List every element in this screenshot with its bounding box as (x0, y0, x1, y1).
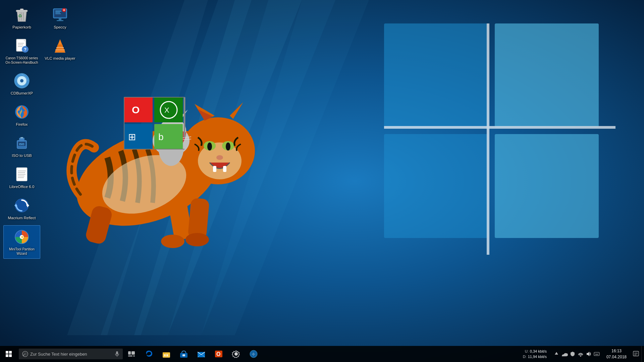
svg-text:b: b (158, 132, 164, 142)
clock-display[interactable]: 16:13 07.04.2018 (602, 346, 631, 362)
svg-marker-24 (230, 102, 243, 119)
clock-date: 07.04.2018 (606, 354, 627, 360)
start-button[interactable] (0, 346, 17, 362)
keyboard-icon (594, 352, 600, 356)
svg-point-20 (216, 155, 223, 160)
microphone-icon (115, 351, 119, 357)
store-icon (179, 350, 188, 358)
download-label: D: (523, 354, 527, 360)
taskbar-app-store[interactable] (175, 346, 193, 362)
security-icon (570, 351, 575, 357)
svg-rect-83 (57, 45, 63, 46)
desktop-icon-iso-usb[interactable]: ISO ISO to USB (3, 132, 40, 161)
vlc-icon (51, 37, 69, 55)
volume-icon (586, 351, 591, 357)
upload-label: U: (525, 349, 529, 354)
tray-volume[interactable] (585, 346, 592, 362)
libreoffice-icon (13, 166, 31, 183)
edge-icon (145, 350, 153, 358)
papierkorb-icon: ♻ (13, 6, 31, 23)
desktop-icons-container: ♻ Papierkorb (3, 3, 78, 261)
office-hub-icon: O (214, 350, 223, 358)
task-view-button[interactable] (124, 346, 139, 362)
network-stats[interactable]: U: 0,34 kbit/s D: 11,94 kbit/s (523, 349, 547, 360)
svg-rect-22 (223, 166, 226, 172)
desktop-icon-libreoffice[interactable]: LibreOffice 6.0 (3, 163, 40, 192)
svg-rect-107 (6, 351, 8, 354)
file-explorer-icon (162, 350, 171, 358)
desktop-icon-cdburner[interactable]: CDBurnerXP (3, 69, 40, 99)
tray-network[interactable] (577, 346, 584, 362)
desktop-icon-macrium[interactable]: Macrium Reflect (3, 194, 40, 223)
tray-expand-button[interactable] (553, 346, 560, 362)
desktop-icon-minitool[interactable]: ★ MiniTool Partition Wizard (3, 225, 40, 259)
svg-rect-141 (633, 351, 639, 356)
iso-usb-icon: ISO (13, 134, 31, 152)
speccy-icon (51, 6, 69, 23)
mail-icon (197, 350, 206, 358)
taskbar-app-edge[interactable] (140, 346, 158, 362)
svg-text:O: O (132, 104, 140, 115)
tray-onedrive[interactable] (561, 346, 568, 362)
svg-rect-61 (20, 9, 23, 10)
svg-text:O: O (216, 351, 220, 357)
onedrive-icon (561, 352, 568, 356)
svg-line-59 (23, 12, 24, 20)
svg-text:⊞: ⊞ (128, 132, 136, 142)
svg-rect-108 (9, 351, 12, 354)
cdburner-icon (13, 72, 31, 89)
svg-rect-72 (57, 20, 63, 21)
svg-text:♻: ♻ (18, 13, 22, 18)
desktop: O X ⊞ b (0, 0, 644, 362)
svg-point-133 (580, 355, 581, 357)
taskbar-app-explorer[interactable] (158, 346, 175, 362)
svg-text:ISO: ISO (19, 142, 24, 146)
svg-marker-132 (555, 352, 558, 355)
canon-icon: ? (13, 37, 31, 55)
cortana-search-icon (22, 351, 28, 357)
svg-text:?: ? (24, 47, 26, 52)
clock-time: 16:13 (611, 348, 622, 354)
svg-marker-134 (587, 352, 589, 356)
svg-rect-113 (116, 351, 118, 355)
taskbar-app-office[interactable]: O (210, 346, 227, 362)
svg-rect-116 (131, 351, 135, 355)
system-tray: U: 0,34 kbit/s D: 11,94 kbit/s (523, 346, 644, 362)
search-input-text: Zur Suche Text hier eingeben (30, 352, 113, 357)
tray-keyboard[interactable] (593, 346, 600, 362)
taskbar-app-mail[interactable] (193, 346, 210, 362)
svg-rect-8 (384, 134, 488, 238)
svg-rect-115 (128, 351, 131, 355)
svg-rect-84 (55, 50, 65, 50)
svg-rect-118 (133, 355, 135, 357)
desktop-icon-papierkorb[interactable]: ♻ Papierkorb (3, 3, 40, 33)
desktop-icon-canon[interactable]: ? Canon TS6000 series On-Screen-Handbuch (3, 35, 40, 67)
taskbar-app-misc[interactable]: ⊹ (245, 346, 262, 362)
svg-text:⊹: ⊹ (252, 352, 255, 356)
desktop-icon-speccy[interactable]: Speccy (42, 3, 78, 33)
tray-security[interactable] (569, 346, 576, 362)
notification-button[interactable] (631, 346, 641, 362)
svg-rect-71 (59, 18, 61, 20)
svg-point-88 (20, 79, 23, 82)
desktop-icon-vlc[interactable]: VLC media player (42, 35, 78, 67)
desktop-icon-firefox[interactable]: Firefox (3, 101, 40, 130)
svg-rect-92 (20, 137, 23, 138)
windows-logo-decoration (384, 23, 615, 255)
notification-icon (633, 351, 639, 357)
svg-rect-6 (384, 23, 488, 127)
svg-rect-124 (182, 354, 185, 356)
minitool-icon: ★ (13, 228, 31, 246)
svg-text:★: ★ (20, 235, 24, 239)
svg-point-18 (207, 142, 212, 150)
svg-rect-135 (594, 352, 599, 356)
svg-text:X: X (164, 106, 169, 114)
svg-rect-21 (213, 166, 216, 172)
taskbar-search[interactable]: Zur Suche Text hier eingeben (19, 349, 123, 359)
network-icon (578, 351, 583, 357)
tray-expand-icon (555, 352, 558, 356)
taskbar-app-settings[interactable] (227, 346, 245, 362)
misc-app-icon: ⊹ (249, 350, 258, 358)
show-desktop-button[interactable] (641, 346, 644, 362)
canon-label: Canon TS6000 series On-Screen-Handbuch (5, 56, 39, 65)
